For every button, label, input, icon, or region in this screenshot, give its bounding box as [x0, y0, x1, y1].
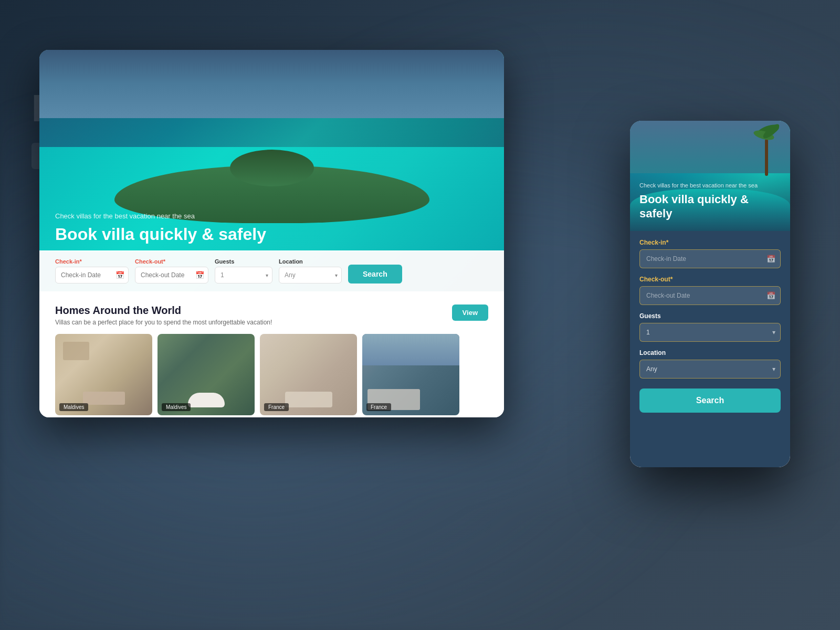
mobile-checkout-calendar-icon: 📅: [766, 291, 775, 300]
mobile-guests-chevron-icon: ▾: [772, 329, 775, 336]
mobile-checkout-input[interactable]: [639, 286, 781, 305]
hero-subtitle: Check villas for the best vacation near …: [55, 212, 488, 220]
mobile-guests-field: Guests 1 2 3 4 5+ ▾: [639, 312, 781, 342]
property-badge-2: Maldives: [162, 403, 191, 411]
view-button[interactable]: View: [452, 304, 488, 321]
mobile-location-label: Location: [639, 349, 781, 356]
mobile-checkin-calendar-icon: 📅: [766, 255, 775, 263]
guests-label: Guests: [215, 258, 272, 265]
location-field: Location Any Maldives France ▾: [279, 258, 342, 284]
guests-input-wrap: 1 2 3 4 ▾: [215, 267, 272, 284]
mobile-palm: [751, 123, 782, 176]
location-input-wrap: Any Maldives France ▾: [279, 267, 342, 284]
mobile-hero-section: Check villas for the best vacation near …: [630, 121, 790, 231]
section-subtitle: Villas can be a perfect place for you to…: [55, 319, 272, 326]
mobile-card: Check villas for the best vacation near …: [630, 121, 790, 467]
desktop-card: Check villas for the best vacation near …: [39, 50, 504, 417]
hero-section: Check villas for the best vacation near …: [39, 50, 504, 291]
mobile-hero-text: Check villas for the best vacation near …: [630, 174, 790, 231]
checkin-input-wrap: 📅: [55, 267, 129, 284]
property-card-3[interactable]: France: [260, 334, 357, 415]
mobile-location-chevron-icon: ▾: [772, 365, 775, 373]
mobile-hero-subtitle: Check villas for the best vacation near …: [639, 182, 781, 190]
section-header: Homes Around the World Villas can be a p…: [55, 304, 488, 326]
checkout-field: Check-out* 📅: [135, 258, 208, 284]
checkout-label: Check-out*: [135, 258, 208, 265]
lower-section: Homes Around the World Villas can be a p…: [39, 291, 504, 417]
hero-trees: [230, 150, 314, 186]
mobile-location-wrap: Any Maldives France Italy Spain ▾: [639, 360, 781, 379]
checkout-input[interactable]: [135, 267, 208, 284]
mobile-form-section: Check-in* 📅 Check-out* 📅 Guests: [630, 231, 790, 467]
checkin-label: Check-in*: [55, 258, 129, 265]
mobile-checkin-field: Check-in* 📅: [639, 239, 781, 268]
checkin-input[interactable]: [55, 267, 129, 284]
mobile-location-select[interactable]: Any Maldives France Italy Spain: [639, 360, 781, 379]
guests-select[interactable]: 1 2 3 4: [215, 267, 272, 284]
section-header-text: Homes Around the World Villas can be a p…: [55, 304, 272, 326]
property-badge-3: France: [264, 403, 289, 411]
location-select[interactable]: Any Maldives France: [279, 267, 342, 284]
mobile-location-field: Location Any Maldives France Italy Spain…: [639, 349, 781, 379]
mobile-guests-select[interactable]: 1 2 3 4 5+: [639, 323, 781, 342]
mobile-checkout-wrap: 📅: [639, 286, 781, 305]
location-label: Location: [279, 258, 342, 265]
mobile-checkin-input[interactable]: [639, 249, 781, 268]
mobile-hero-title: Book villa quickly & safely: [639, 193, 781, 220]
property-badge-4: France: [366, 403, 391, 411]
mobile-card-inner: Check villas for the best vacation near …: [630, 121, 790, 467]
property-card-2[interactable]: Maldives: [158, 334, 255, 415]
mobile-guests-label: Guests: [639, 312, 781, 320]
property-card-4[interactable]: France: [362, 334, 459, 415]
desktop-search-button[interactable]: Search: [348, 265, 402, 284]
desktop-search-bar: Check-in* 📅 Check-out* 📅 Guests: [39, 250, 504, 291]
property-grid: Maldives Maldives France: [55, 334, 488, 415]
mobile-checkin-label: Check-in*: [639, 239, 781, 246]
mobile-guests-wrap: 1 2 3 4 5+ ▾: [639, 323, 781, 342]
hero-title: Book villa quickly & safely: [55, 224, 488, 244]
section-title: Homes Around the World: [55, 304, 272, 317]
hero-sky: [39, 50, 504, 118]
property-card-1[interactable]: Maldives: [55, 334, 152, 415]
mobile-checkout-field: Check-out* 📅: [639, 276, 781, 305]
checkout-input-wrap: 📅: [135, 267, 208, 284]
mobile-checkout-label: Check-out*: [639, 276, 781, 283]
mobile-checkin-wrap: 📅: [639, 249, 781, 268]
hero-content: Check villas for the best vacation near …: [39, 212, 504, 244]
guests-field: Guests 1 2 3 4 ▾: [215, 258, 272, 284]
property-badge-1: Maldives: [59, 403, 88, 411]
checkin-field: Check-in* 📅: [55, 258, 129, 284]
mobile-search-button[interactable]: Search: [639, 388, 781, 413]
